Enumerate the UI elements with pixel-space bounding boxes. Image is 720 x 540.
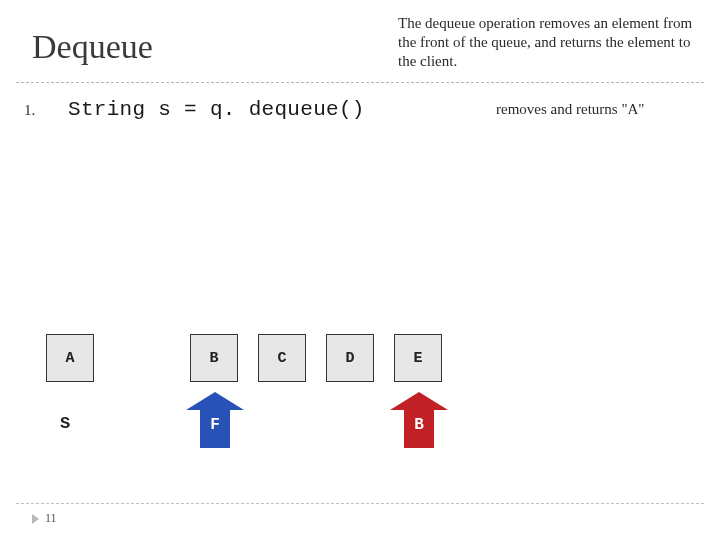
back-pointer-arrow: B <box>390 392 448 456</box>
step-row: 1. String s = q. dequeue() <box>24 98 365 121</box>
divider-top <box>16 82 704 83</box>
queue-cell-b: B <box>190 334 238 382</box>
removed-cell-a: A <box>46 334 94 382</box>
return-note: removes and returns "A" <box>496 101 706 118</box>
queue-cell-e: E <box>394 334 442 382</box>
slide: Dequeue The dequeue operation removes an… <box>0 0 720 540</box>
step-code: String s = q. dequeue() <box>68 98 365 121</box>
queue-cell-c: C <box>258 334 306 382</box>
back-pointer-label: B <box>414 416 424 434</box>
slide-title: Dequeue <box>32 28 153 66</box>
step-number: 1. <box>24 102 46 119</box>
front-pointer-label: F <box>210 416 220 434</box>
queue-cell-d: D <box>326 334 374 382</box>
page-number-text: 11 <box>45 511 57 526</box>
front-pointer-arrow: F <box>186 392 244 456</box>
divider-bottom <box>16 503 704 504</box>
description-text: The dequeue operation removes an element… <box>398 14 698 72</box>
variable-s: S <box>60 414 70 433</box>
page-number: 11 <box>32 511 57 526</box>
page-triangle-icon <box>32 514 39 524</box>
